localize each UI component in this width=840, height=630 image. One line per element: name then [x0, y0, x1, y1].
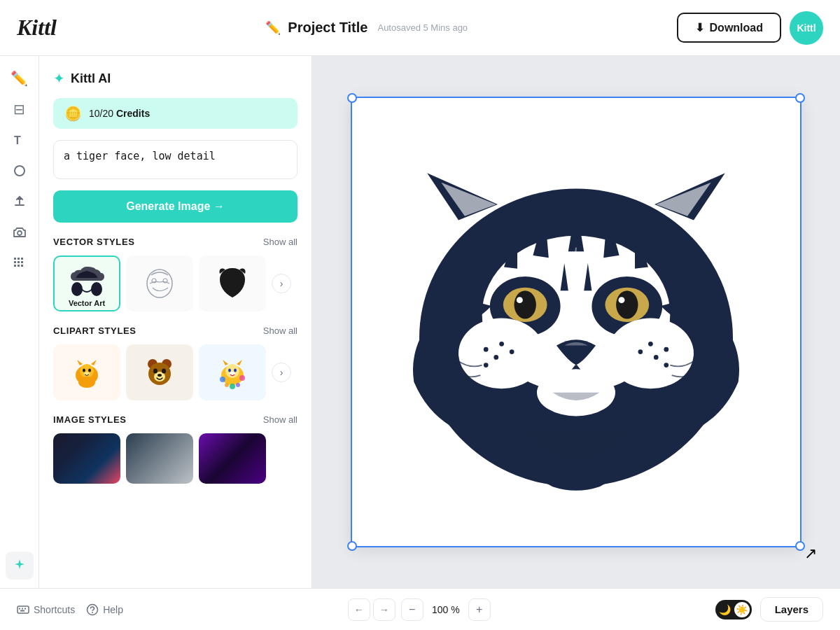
svg-point-51	[608, 318, 694, 388]
svg-point-19	[83, 369, 85, 372]
svg-point-58	[654, 355, 659, 360]
svg-point-33	[234, 369, 237, 372]
shapes-tool[interactable]	[6, 157, 34, 185]
svg-rect-4	[18, 258, 20, 260]
svg-point-47	[616, 290, 638, 318]
help-label: Help	[103, 604, 123, 615]
keyboard-icon	[17, 603, 29, 616]
svg-rect-9	[14, 265, 16, 267]
zoom-value: 100 %	[429, 604, 463, 615]
clipart-colorgi-card[interactable]	[199, 344, 266, 400]
avatar[interactable]: Kittl	[790, 11, 823, 45]
camera-tool[interactable]	[6, 218, 34, 246]
svg-point-49	[618, 297, 624, 303]
svg-rect-5	[21, 258, 23, 260]
svg-point-59	[664, 363, 668, 368]
svg-point-14	[147, 270, 172, 298]
svg-point-54	[484, 363, 489, 368]
svg-rect-6	[14, 261, 16, 263]
svg-point-61	[638, 349, 643, 354]
ai-tool[interactable]	[6, 552, 34, 580]
image-show-all-button[interactable]: Show all	[263, 414, 298, 425]
zoom-out-button[interactable]: −	[401, 598, 424, 621]
logo: Kittl	[17, 15, 57, 41]
svg-point-55	[499, 342, 504, 346]
generate-button[interactable]: Generate Image →	[53, 190, 298, 223]
svg-point-2	[18, 231, 22, 235]
svg-point-20	[88, 369, 91, 372]
svg-point-35	[220, 377, 225, 382]
silhouette-card[interactable]	[199, 255, 266, 312]
image-styles-section: IMAGE STYLES Show all	[53, 414, 298, 484]
edit-tool[interactable]: ✏️	[6, 64, 34, 92]
vector-styles-title: VECTOR STYLES	[53, 237, 135, 247]
svg-point-57	[664, 347, 668, 352]
svg-point-36	[239, 375, 245, 381]
bottom-bar: Shortcuts Help ← → − 100 % + 🌙 ☀️ Layers	[0, 588, 840, 630]
image-style-card-2[interactable]	[126, 433, 193, 484]
credits-bar: 🪙 10/20 Credits	[53, 98, 298, 129]
canvas-area[interactable]: ↗	[312, 56, 840, 588]
svg-rect-7	[18, 261, 20, 263]
download-button[interactable]: ⬇ Download	[677, 13, 781, 43]
prompt-input[interactable]	[53, 140, 298, 179]
nav-back-button[interactable]: ←	[348, 598, 370, 621]
text-tool[interactable]: T	[6, 126, 34, 154]
bottom-left: Shortcuts Help	[17, 603, 123, 616]
svg-point-50	[458, 318, 545, 388]
svg-point-38	[225, 383, 229, 387]
svg-point-39	[236, 383, 240, 387]
image-style-card-3[interactable]	[199, 433, 266, 484]
vector-art-card[interactable]: Vector Art	[53, 255, 120, 312]
header-right: ⬇ Download Kittl	[677, 11, 823, 45]
vector-styles-arrow[interactable]: ›	[272, 274, 291, 293]
theme-toggle[interactable]: 🌙 ☀️	[715, 600, 752, 620]
clipart-styles-header: CLIPART STYLES Show all	[53, 326, 298, 336]
svg-point-22	[78, 377, 95, 388]
edit-icon: ✏️	[265, 20, 281, 36]
svg-point-69	[92, 612, 93, 613]
svg-point-29	[158, 374, 162, 377]
svg-point-53	[493, 355, 498, 360]
icon-bar: ✏️ ⊟ T	[0, 56, 39, 588]
clipart-show-all-button[interactable]: Show all	[263, 326, 298, 336]
grid-tool[interactable]	[6, 249, 34, 277]
left-panel: ✦ Kittl AI 🪙 10/20 Credits Generate Imag…	[39, 56, 312, 588]
vector-show-all-button[interactable]: Show all	[263, 237, 298, 247]
line-art-card[interactable]	[126, 255, 193, 312]
svg-point-68	[88, 604, 98, 615]
svg-text:T: T	[14, 134, 21, 146]
nav-forward-button[interactable]: →	[373, 598, 396, 621]
canvas-background	[352, 98, 800, 546]
clipart-corgi-card[interactable]	[53, 344, 120, 400]
download-icon: ⬇	[695, 21, 704, 34]
layers-button[interactable]: Layers	[760, 597, 823, 622]
image-styles-title: IMAGE STYLES	[53, 414, 127, 425]
upload-tool[interactable]	[6, 188, 34, 216]
header-center: ✏️ Project Title Autosaved 5 Mins ago	[265, 20, 468, 36]
layers-tool[interactable]: ⊟	[6, 95, 34, 123]
main-layout: ✏️ ⊟ T ✦ Kittl AI 🪙	[0, 56, 840, 588]
header: Kittl ✏️ Project Title Autosaved 5 Mins …	[0, 0, 840, 56]
svg-rect-3	[14, 258, 16, 260]
svg-point-60	[648, 342, 653, 346]
moon-icon: 🌙	[719, 604, 731, 615]
svg-point-32	[228, 369, 231, 372]
vector-styles-grid: Vector Art	[53, 255, 298, 312]
image-style-card-1[interactable]	[53, 433, 120, 484]
ai-star-icon: ✦	[53, 70, 65, 87]
svg-point-1	[15, 166, 24, 176]
canvas-wrapper: ↗	[352, 98, 800, 546]
clipart-bear-card[interactable]	[126, 344, 193, 400]
clipart-styles-grid: ›	[53, 344, 298, 400]
kittl-ai-title: Kittl AI	[71, 71, 111, 86]
sun-icon: ☀️	[734, 602, 750, 617]
zoom-in-button[interactable]: +	[468, 598, 491, 621]
clipart-styles-arrow[interactable]: ›	[272, 363, 291, 382]
shortcuts-button[interactable]: Shortcuts	[17, 603, 75, 616]
help-button[interactable]: Help	[86, 603, 123, 616]
vector-styles-header: VECTOR STYLES Show all	[53, 237, 298, 247]
nav-buttons: ← →	[348, 598, 396, 621]
project-title[interactable]: Project Title	[288, 20, 368, 36]
svg-point-46	[514, 290, 536, 318]
